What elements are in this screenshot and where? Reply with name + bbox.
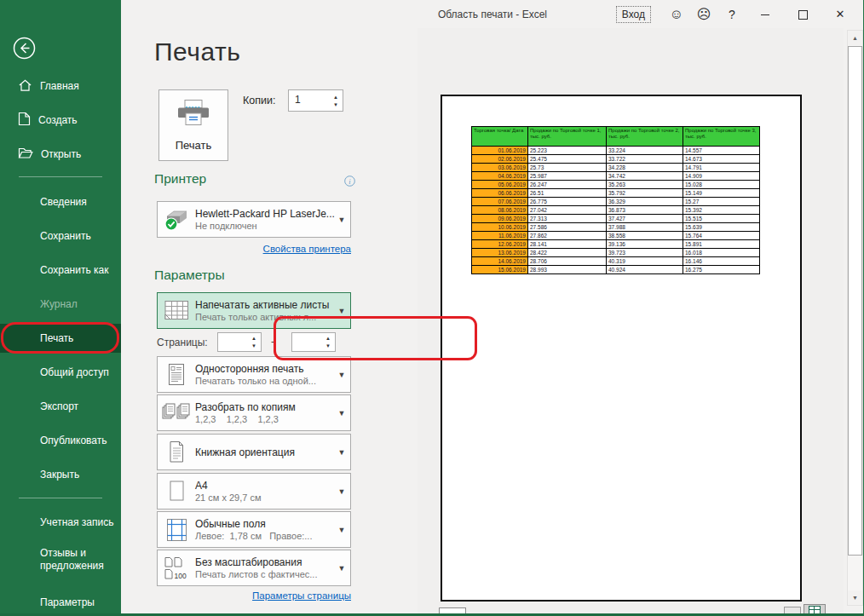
sidebar-item-save-as[interactable]: Сохранить как	[0, 256, 121, 285]
help-button[interactable]: ?	[717, 8, 746, 21]
sidebar-item-save[interactable]: Сохранить	[0, 222, 121, 250]
scaling-selector[interactable]: 100 Без масштабирования Печать листов с …	[157, 550, 351, 586]
titlebar: Область печати - Excel Вход ☺ ☹ ? ✕	[121, 0, 864, 28]
table-row: 10.06.201927.58637.98815.639	[472, 223, 760, 232]
preview-scrollbar[interactable]: ▲ ▼	[847, 30, 863, 606]
stepper-arrows[interactable]: ▲▼	[329, 90, 343, 111]
one-sided-page-icon	[158, 363, 195, 387]
sidebar-item-label: Экспорт	[0, 400, 78, 413]
value-cell: 16.275	[683, 266, 760, 274]
stepper-arrows[interactable]: ▲▼	[247, 333, 261, 351]
sidebar-item-label: Закрыть	[0, 469, 79, 481]
sidebar-item-open[interactable]: Открыть	[0, 140, 121, 169]
value-cell: 26.775	[528, 198, 607, 206]
maximize-button[interactable]	[784, 7, 821, 22]
date-cell: 01.06.2019	[472, 147, 528, 155]
print-what-selector[interactable]: Напечатать активные листы Печать только …	[157, 292, 351, 329]
table-row: 07.06.201926.77536.32915.27	[472, 198, 760, 206]
printer-selector[interactable]: Hewlett-Packard HP LaserJe... Не подключ…	[157, 201, 351, 238]
sidebar-item-close-document[interactable]: Закрыть	[0, 460, 121, 489]
collate-selector[interactable]: Разобрать по копиям 1,2,3 1,2,3 1,2,3 ▼	[157, 394, 351, 431]
minimize-button[interactable]	[746, 7, 784, 22]
sidebar-item-home[interactable]: Главная	[0, 72, 121, 101]
column-header: Торговая точка/ Дата	[472, 127, 528, 147]
sidebar-item-history[interactable]: Журнал	[0, 290, 121, 319]
scrollbar-thumb[interactable]	[848, 46, 862, 556]
excel-backstage-window: Главная Создать Открыть Сведения Сохрани…	[0, 0, 864, 616]
copies-label: Копии:	[243, 95, 275, 107]
stepper-arrows[interactable]: ▲▼	[321, 333, 335, 351]
value-cell: 37.427	[607, 215, 683, 223]
value-cell: 15.515	[683, 215, 760, 223]
table-row: 15.06.201928.99340.92416.275	[472, 266, 760, 274]
sidebar-item-print[interactable]: Печать	[0, 324, 121, 353]
pages-from-stepper[interactable]: ▲▼	[217, 332, 262, 352]
sidebar-item-new[interactable]: Создать	[0, 106, 121, 135]
sidebar-item-label: Параметры	[0, 596, 95, 609]
page-setup-link[interactable]: Параметры страницы	[252, 590, 351, 601]
print-preview-area: Торговая точка/ ДатаПродажи по Торговой …	[418, 28, 844, 616]
back-arrow-icon	[13, 48, 36, 62]
margins-subtitle: Левое: 1,78 см Правое:...	[195, 531, 333, 541]
date-cell: 14.06.2019	[472, 257, 528, 266]
paper-size-selector[interactable]: A4 21 см x 29,7 см ▼	[157, 473, 351, 509]
sidebar-item-options[interactable]: Параметры	[0, 588, 121, 616]
date-cell: 05.06.2019	[472, 181, 528, 189]
sidebar-item-feedback[interactable]: Отзывы и предложения	[0, 540, 94, 579]
preview-page: Торговая точка/ ДатаПродажи по Торговой …	[441, 95, 802, 602]
value-cell: 35.792	[607, 189, 683, 198]
printer-heading: Принтер	[154, 171, 206, 187]
pages-to-stepper[interactable]: ▲▼	[291, 332, 336, 352]
portrait-page-icon	[158, 440, 195, 463]
orientation-selector[interactable]: Книжная ориентация ▼	[157, 434, 351, 470]
value-cell: 28.993	[528, 266, 607, 274]
sidebar-item-account[interactable]: Учетная запись	[0, 508, 121, 537]
value-cell: 33.722	[607, 155, 683, 164]
value-cell: 36.329	[607, 198, 683, 206]
value-cell: 25.987	[528, 172, 607, 181]
close-button[interactable]: ✕	[821, 8, 859, 20]
svg-text:i: i	[348, 177, 351, 186]
smiley-happy-icon[interactable]: ☺	[663, 7, 690, 22]
arrow-down-icon: ▼	[325, 343, 331, 348]
sidebar-item-share[interactable]: Общий доступ	[0, 358, 121, 387]
table-row: 11.06.201927.86238.55815.764	[472, 232, 760, 240]
value-cell: 39.136	[607, 240, 683, 249]
copies-stepper[interactable]: 1 ▲▼	[288, 89, 343, 112]
worksheet-icon	[158, 300, 195, 321]
info-icon[interactable]: i	[344, 175, 355, 190]
scroll-up-button[interactable]: ▲	[848, 31, 862, 45]
printer-name: Hewlett-Packard HP LaserJe...	[195, 208, 333, 220]
sidebar-item-label: Сохранить как	[0, 264, 108, 277]
sidebar-item-export[interactable]: Экспорт	[0, 392, 121, 421]
value-cell: 14.673	[683, 155, 760, 164]
sidebar-item-info[interactable]: Сведения	[0, 187, 121, 216]
table-row: 04.06.201925.98734.74214.909	[472, 172, 760, 181]
arrow-down-icon: ▼	[251, 343, 256, 348]
value-cell: 28.422	[528, 249, 607, 257]
date-cell: 09.06.2019	[472, 215, 528, 223]
duplex-subtitle: Печатать только на одной...	[195, 376, 333, 386]
scaling-subtitle: Печать листов с фактичес...	[195, 569, 333, 579]
print-panel: Печать Печать Копии: 1 ▲▼ Принтер i	[121, 28, 418, 616]
column-header: Продажи по Торговой точке 3, тыс. руб.	[683, 127, 760, 147]
margins-selector[interactable]: Обычные поля Левое: 1,78 см Правое:... ▼	[157, 511, 351, 548]
back-button[interactable]	[13, 37, 36, 60]
value-cell: 39.723	[607, 249, 683, 257]
value-cell: 15.764	[683, 232, 760, 240]
printer-properties-link[interactable]: Свойства принтера	[263, 244, 351, 254]
value-cell: 38.558	[607, 232, 683, 240]
sidebar-item-publish[interactable]: Опубликовать	[0, 426, 121, 455]
value-cell: 25.475	[528, 155, 607, 164]
sign-in-button[interactable]: Вход	[616, 6, 651, 23]
date-cell: 10.06.2019	[472, 223, 528, 232]
value-cell: 40.319	[607, 257, 683, 266]
print-button[interactable]: Печать	[158, 89, 228, 161]
pages-from-value	[218, 333, 247, 351]
duplex-selector[interactable]: Односторонняя печать Печатать только на …	[157, 356, 351, 393]
margins-icon	[158, 518, 195, 542]
scroll-down-button[interactable]: ▼	[848, 590, 862, 605]
smiley-sad-icon[interactable]: ☹	[690, 6, 717, 22]
new-document-icon	[18, 112, 31, 129]
table-row: 09.06.201927.31337.42715.515	[472, 215, 760, 223]
